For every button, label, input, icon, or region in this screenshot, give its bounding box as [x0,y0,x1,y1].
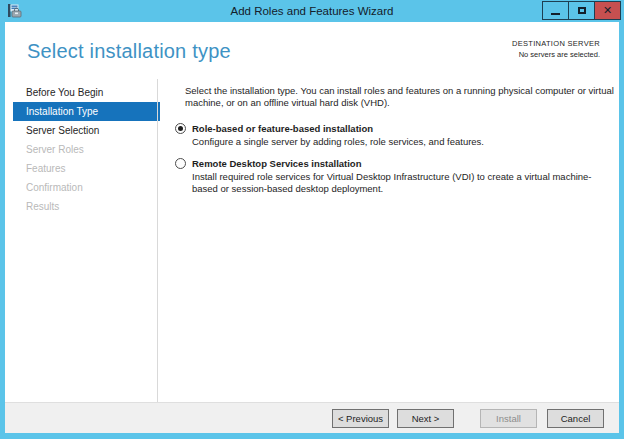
title-bar: Add Roles and Features Wizard ✕ [0,0,624,22]
window-controls: ✕ [543,1,621,20]
destination-server-label: DESTINATION SERVER [512,39,600,48]
close-button[interactable]: ✕ [594,1,621,20]
sidebar-item-confirmation: Confirmation [13,178,160,197]
wizard-footer: < Previous Next > Install Cancel [5,402,619,433]
option-role-based[interactable]: Role-based or feature-based installation… [175,122,619,148]
close-icon: ✕ [603,5,612,16]
option-remote-desktop-text: Remote Desktop Services installation Ins… [192,157,616,195]
option-role-based-label: Role-based or feature-based installation [192,122,616,135]
sidebar-item-server-roles: Server Roles [13,140,160,159]
previous-button[interactable]: < Previous [332,409,389,428]
sidebar-item-results: Results [13,197,160,216]
sidebar-content-divider [157,79,158,402]
wizard-steps-sidebar: Before You Begin Installation Type Serve… [13,83,160,216]
maximize-button[interactable] [568,1,595,20]
minimize-button[interactable] [542,1,569,20]
radio-role-based-installation[interactable] [175,123,186,134]
radio-remote-desktop-installation[interactable] [175,158,186,169]
next-button[interactable]: Next > [397,409,454,428]
window-title: Add Roles and Features Wizard [0,5,624,17]
install-button[interactable]: Install [480,409,537,428]
destination-server-status: No servers are selected. [512,50,600,59]
maximize-icon [578,7,586,14]
option-role-based-description: Configure a single server by adding role… [192,136,616,148]
option-remote-desktop-description: Install required role services for Virtu… [192,171,616,195]
wizard-window: Add Roles and Features Wizard ✕ Select i… [0,0,624,439]
option-remote-desktop-label: Remote Desktop Services installation [192,157,616,170]
sidebar-item-before-you-begin[interactable]: Before You Begin [13,83,160,102]
sidebar-item-features: Features [13,159,160,178]
server-manager-icon [6,3,22,19]
cancel-button[interactable]: Cancel [547,409,604,428]
minimize-icon [551,13,560,15]
wizard-body: Select installation type DESTINATION SER… [5,22,619,433]
sidebar-item-installation-type[interactable]: Installation Type [13,102,160,121]
page-title: Select installation type [27,40,231,63]
option-role-based-text: Role-based or feature-based installation… [192,122,616,148]
sidebar-item-server-selection[interactable]: Server Selection [13,121,160,140]
option-remote-desktop[interactable]: Remote Desktop Services installation Ins… [175,157,619,195]
destination-server-block: DESTINATION SERVER No servers are select… [512,39,600,59]
installation-type-intro: Select the installation type. You can in… [185,85,619,109]
